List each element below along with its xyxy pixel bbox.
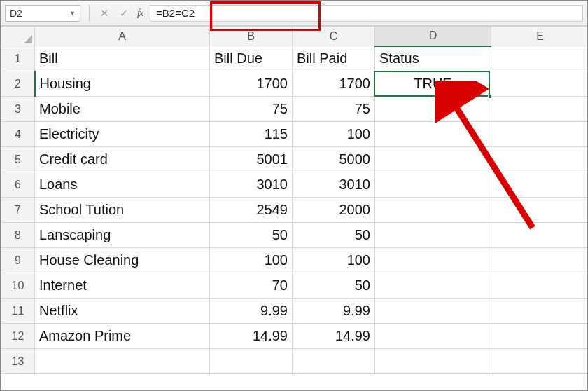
cell-A10[interactable]: Internet [35, 273, 210, 299]
row-header-8[interactable]: 8 [1, 223, 35, 248]
cell-D12[interactable] [375, 324, 491, 349]
row-header-2[interactable]: 2 [1, 71, 35, 97]
cell-D7[interactable] [375, 198, 491, 223]
cell-C6[interactable]: 3010 [293, 172, 375, 198]
cell-C1[interactable]: Bill Paid [293, 46, 375, 71]
toolbar-divider [89, 5, 90, 22]
name-box[interactable]: D2 ▼ [5, 5, 80, 22]
cell-E11[interactable] [491, 299, 588, 324]
formula-bar[interactable] [150, 5, 583, 22]
cell-B6[interactable]: 3010 [210, 172, 293, 198]
cell-C5[interactable]: 5000 [293, 147, 375, 172]
cell-D11[interactable] [375, 299, 491, 324]
cell-C2[interactable]: 1700 [293, 71, 375, 97]
row-header-1[interactable]: 1 [1, 46, 35, 71]
row-header-4[interactable]: 4 [1, 122, 35, 147]
worksheet[interactable]: A B C D E 1 Bill Bill Due Bill Paid Stat… [1, 26, 587, 390]
cell-B11[interactable]: 9.99 [210, 299, 293, 324]
col-header-D[interactable]: D [375, 27, 491, 46]
cell-E2[interactable] [491, 71, 588, 97]
cell-A3[interactable]: Mobile [35, 97, 210, 122]
cell-A9[interactable]: House Cleaning [35, 248, 210, 273]
cell-C9[interactable]: 100 [293, 248, 375, 273]
cell-A5[interactable]: Credit card [35, 147, 210, 172]
name-box-dropdown-icon[interactable]: ▼ [69, 10, 76, 17]
cell-B13[interactable] [210, 349, 293, 374]
cell-C8[interactable]: 50 [293, 223, 375, 248]
cell-D13[interactable] [375, 349, 491, 374]
row-header-6[interactable]: 6 [1, 172, 35, 198]
formula-buttons: ✕ ✓ fx [98, 7, 143, 20]
cell-C7[interactable]: 2000 [293, 198, 375, 223]
cell-A12[interactable]: Amazon Prime [35, 324, 210, 349]
cell-C4[interactable]: 100 [293, 122, 375, 147]
cell-E9[interactable] [491, 248, 588, 273]
cell-C10[interactable]: 50 [293, 273, 375, 299]
cancel-icon[interactable]: ✕ [98, 7, 111, 20]
fill-handle[interactable] [488, 95, 492, 99]
row-header-10[interactable]: 10 [1, 273, 35, 299]
cell-A6[interactable]: Loans [35, 172, 210, 198]
cell-E5[interactable] [491, 147, 588, 172]
row-header-13[interactable]: 13 [1, 349, 35, 374]
cell-B12[interactable]: 14.99 [210, 324, 293, 349]
cell-C3[interactable]: 75 [293, 97, 375, 122]
col-header-B[interactable]: B [210, 27, 293, 46]
cell-D2[interactable]: TRUE [375, 71, 491, 97]
cell-E4[interactable] [491, 122, 588, 147]
row-header-11[interactable]: 11 [1, 299, 35, 324]
cell-D5[interactable] [375, 147, 491, 172]
formula-toolbar: D2 ▼ ✕ ✓ fx [1, 1, 587, 26]
col-header-A[interactable]: A [35, 27, 210, 46]
cell-E7[interactable] [491, 198, 588, 223]
cell-A8[interactable]: Lanscaping [35, 223, 210, 248]
cell-B5[interactable]: 5001 [210, 147, 293, 172]
cell-E3[interactable] [491, 97, 588, 122]
cell-B2[interactable]: 1700 [210, 71, 293, 97]
cell-E13[interactable] [491, 349, 588, 374]
cell-D9[interactable] [375, 248, 491, 273]
col-header-C[interactable]: C [293, 27, 375, 46]
cell-C13[interactable] [293, 349, 375, 374]
cell-D3[interactable] [375, 97, 491, 122]
cell-B9[interactable]: 100 [210, 248, 293, 273]
row-header-9[interactable]: 9 [1, 248, 35, 273]
cell-B8[interactable]: 50 [210, 223, 293, 248]
cell-B7[interactable]: 2549 [210, 198, 293, 223]
cell-E12[interactable] [491, 324, 588, 349]
row-header-12[interactable]: 12 [1, 324, 35, 349]
cell-D1[interactable]: Status [375, 46, 491, 71]
name-box-value: D2 [10, 8, 22, 19]
cell-C12[interactable]: 14.99 [293, 324, 375, 349]
cell-A1[interactable]: Bill [35, 46, 210, 71]
cell-B1[interactable]: Bill Due [210, 46, 293, 71]
cell-E1[interactable] [491, 46, 588, 71]
select-all-corner[interactable] [1, 27, 35, 46]
row-header-3[interactable]: 3 [1, 97, 35, 122]
cell-D4[interactable] [375, 122, 491, 147]
grid[interactable]: A B C D E 1 Bill Bill Due Bill Paid Stat… [1, 26, 587, 374]
row-header-5[interactable]: 5 [1, 147, 35, 172]
cell-A4[interactable]: Electricity [35, 122, 210, 147]
enter-icon[interactable]: ✓ [118, 7, 130, 20]
fx-icon[interactable]: fx [137, 8, 143, 19]
cell-E6[interactable] [491, 172, 588, 198]
cell-B10[interactable]: 70 [210, 273, 293, 299]
cell-B4[interactable]: 115 [210, 122, 293, 147]
cell-E10[interactable] [491, 273, 588, 299]
cell-B3[interactable]: 75 [210, 97, 293, 122]
row-header-7[interactable]: 7 [1, 198, 35, 223]
cell-A11[interactable]: Netflix [35, 299, 210, 324]
cell-D6[interactable] [375, 172, 491, 198]
cell-E8[interactable] [491, 223, 588, 248]
cell-D8[interactable] [375, 223, 491, 248]
cell-C11[interactable]: 9.99 [293, 299, 375, 324]
cell-A13[interactable] [35, 349, 210, 374]
col-header-E[interactable]: E [491, 27, 588, 46]
cell-A2[interactable]: Housing [35, 71, 210, 97]
cell-D10[interactable] [375, 273, 491, 299]
cell-A7[interactable]: School Tution [35, 198, 210, 223]
